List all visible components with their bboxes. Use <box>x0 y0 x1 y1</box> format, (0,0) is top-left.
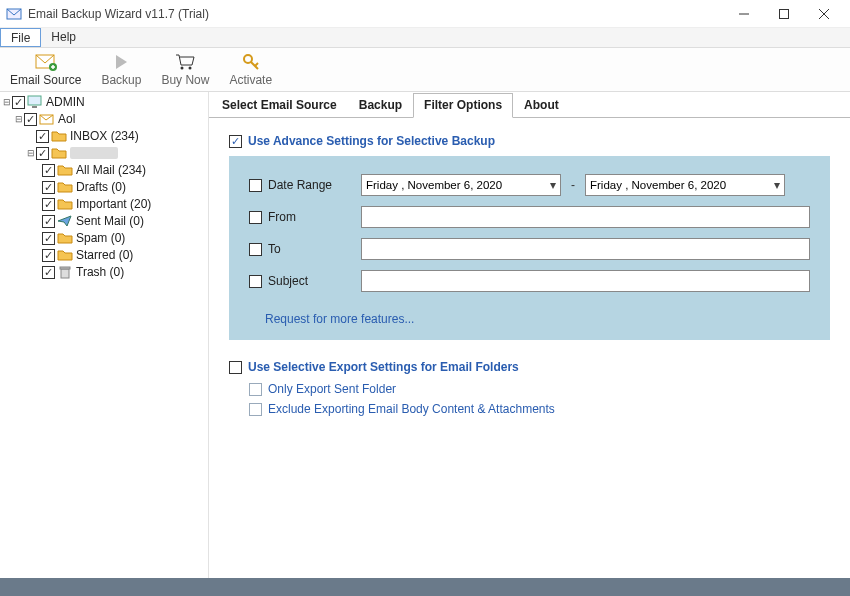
collapse-icon[interactable]: ⊟ <box>26 149 36 158</box>
tool-buy-now[interactable]: Buy Now <box>151 48 219 91</box>
tab-backup[interactable]: Backup <box>348 93 413 118</box>
toolbar: Email Source Backup Buy Now Activate <box>0 48 850 92</box>
tree-checkbox[interactable] <box>42 164 55 177</box>
tree-checkbox[interactable] <box>24 113 37 126</box>
menubar: File Help <box>0 28 850 48</box>
tree-node-account[interactable]: ⊟ Aol <box>2 111 208 127</box>
daterange-label: Date Range <box>268 178 332 192</box>
menu-file[interactable]: File <box>0 28 41 47</box>
envelope-plus-icon <box>35 52 57 72</box>
tab-select-source[interactable]: Select Email Source <box>211 93 348 118</box>
selective-export-label: Use Selective Export Settings for Email … <box>248 360 519 374</box>
tree-node-folder[interactable]: Sent Mail (0) <box>2 213 208 229</box>
app-icon <box>6 6 22 22</box>
svg-point-12 <box>244 55 252 63</box>
tree-checkbox[interactable] <box>36 130 49 143</box>
date-to-picker[interactable]: Friday , November 6, 2020 ▾ <box>585 174 785 196</box>
only-sent-label: Only Export Sent Folder <box>268 382 396 396</box>
minimize-button[interactable] <box>724 2 764 26</box>
tree-checkbox[interactable] <box>42 181 55 194</box>
tool-backup[interactable]: Backup <box>91 48 151 91</box>
tree-node-folder[interactable]: Drafts (0) <box>2 179 208 195</box>
date-from-picker[interactable]: Friday , November 6, 2020 ▾ <box>361 174 561 196</box>
date-to-value: Friday , November 6, 2020 <box>590 179 726 191</box>
tree-checkbox[interactable] <box>42 249 55 262</box>
maximize-button[interactable] <box>764 2 804 26</box>
chevron-down-icon: ▾ <box>550 178 556 192</box>
tree-checkbox[interactable] <box>42 198 55 211</box>
close-button[interactable] <box>804 2 844 26</box>
tool-email-source[interactable]: Email Source <box>0 48 91 91</box>
svg-point-11 <box>189 67 192 70</box>
tree-checkbox[interactable] <box>12 96 25 109</box>
tree-node-root[interactable]: ⊟ ADMIN <box>2 94 208 110</box>
collapse-icon[interactable]: ⊟ <box>14 115 24 124</box>
svg-rect-19 <box>61 269 69 278</box>
selective-export-checkbox[interactable] <box>229 361 242 374</box>
advance-settings-checkbox[interactable] <box>229 135 242 148</box>
svg-rect-15 <box>28 96 41 105</box>
only-sent-checkbox[interactable] <box>249 383 262 396</box>
from-checkbox[interactable] <box>249 211 262 224</box>
advance-settings-label: Use Advance Settings for Selective Backu… <box>248 134 495 148</box>
to-input[interactable] <box>361 238 810 260</box>
account-icon <box>39 112 55 126</box>
svg-marker-9 <box>116 55 127 69</box>
tool-activate[interactable]: Activate <box>219 48 282 91</box>
computer-icon <box>27 95 43 109</box>
tool-backup-label: Backup <box>101 73 141 87</box>
tree-checkbox[interactable] <box>42 232 55 245</box>
tree-label: Spam (0) <box>76 231 125 245</box>
tree-label: Trash (0) <box>76 265 124 279</box>
tree-node-gmail[interactable]: ⊟ <box>2 145 208 161</box>
cart-icon <box>174 52 196 72</box>
tool-email-source-label: Email Source <box>10 73 81 87</box>
date-from-value: Friday , November 6, 2020 <box>366 179 502 191</box>
svg-marker-18 <box>58 216 71 226</box>
svg-point-10 <box>181 67 184 70</box>
tree-label: INBOX (234) <box>70 129 139 143</box>
from-input[interactable] <box>361 206 810 228</box>
subject-input[interactable] <box>361 270 810 292</box>
tree-label: Drafts (0) <box>76 180 126 194</box>
collapse-icon[interactable]: ⊟ <box>2 98 12 107</box>
to-label: To <box>268 242 281 256</box>
advance-settings-panel: Date Range Friday , November 6, 2020 ▾ -… <box>229 156 830 340</box>
subject-checkbox[interactable] <box>249 275 262 288</box>
filter-options-content: Use Advance Settings for Selective Backu… <box>209 118 850 578</box>
tab-filter-options[interactable]: Filter Options <box>413 93 513 118</box>
request-features-link[interactable]: Request for more features... <box>265 312 414 326</box>
play-icon <box>110 52 132 72</box>
tool-buy-now-label: Buy Now <box>161 73 209 87</box>
key-icon <box>240 52 262 72</box>
tree-node-folder[interactable]: Trash (0) <box>2 264 208 280</box>
svg-rect-20 <box>60 267 70 269</box>
folder-icon <box>51 129 67 143</box>
folder-tree[interactable]: ⊟ ADMIN ⊟ Aol INBOX (234) ⊟ All Mail (23 <box>0 92 208 578</box>
tree-node-inbox[interactable]: INBOX (234) <box>2 128 208 144</box>
sent-icon <box>57 214 73 228</box>
tree-node-folder[interactable]: All Mail (234) <box>2 162 208 178</box>
folder-icon <box>57 197 73 211</box>
subject-label: Subject <box>268 274 308 288</box>
tree-label: Sent Mail (0) <box>76 214 144 228</box>
menu-help[interactable]: Help <box>41 28 86 47</box>
tree-node-folder[interactable]: Starred (0) <box>2 247 208 263</box>
tree-label: Starred (0) <box>76 248 133 262</box>
tab-about[interactable]: About <box>513 93 570 118</box>
tree-node-folder[interactable]: Spam (0) <box>2 230 208 246</box>
to-checkbox[interactable] <box>249 243 262 256</box>
chevron-down-icon: ▾ <box>774 178 780 192</box>
exclude-body-checkbox[interactable] <box>249 403 262 416</box>
trash-icon <box>57 265 73 279</box>
daterange-checkbox[interactable] <box>249 179 262 192</box>
tree-checkbox[interactable] <box>42 215 55 228</box>
tree-checkbox[interactable] <box>36 147 49 160</box>
from-label: From <box>268 210 296 224</box>
tree-label: Aol <box>58 112 75 126</box>
svg-rect-16 <box>32 106 37 108</box>
window-title: Email Backup Wizard v11.7 (Trial) <box>28 7 724 21</box>
titlebar: Email Backup Wizard v11.7 (Trial) <box>0 0 850 28</box>
tree-checkbox[interactable] <box>42 266 55 279</box>
tree-node-folder[interactable]: Important (20) <box>2 196 208 212</box>
